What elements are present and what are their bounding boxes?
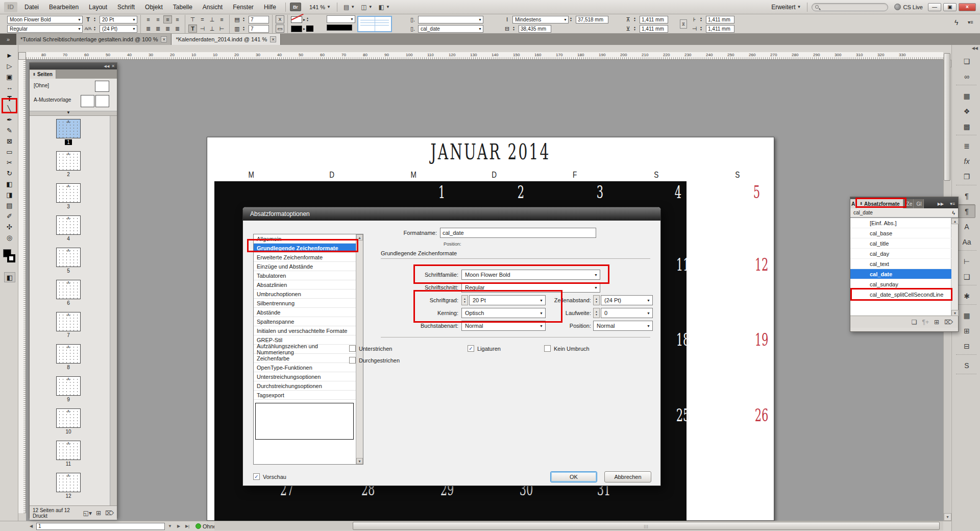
rectangle-frame-tool[interactable]: ⊠ (3, 136, 16, 147)
mini-bridge-panel-icon[interactable]: S (958, 358, 975, 372)
control-panel-menu-icon[interactable]: ▾≡ (968, 19, 973, 25)
leading-stepper[interactable]: ▲▼ (93, 25, 99, 33)
master-ohne[interactable]: [Ohne] (34, 83, 49, 88)
object-style-combo[interactable]: ▼ (327, 15, 355, 23)
pages-scrollbar[interactable] (110, 116, 117, 505)
column-width-field[interactable]: 38,435 mm (519, 25, 551, 33)
delete-style-icon[interactable]: ⌦ (944, 319, 953, 326)
styles-scrollbar[interactable]: ▲ ▼ (951, 218, 958, 316)
paragraph-styles-panel-icon[interactable]: ¶ (958, 204, 975, 218)
font-size-combo[interactable]: 20 Pt▼ (100, 16, 137, 23)
inset-left-field[interactable]: 1,411 mm (706, 16, 734, 23)
table-panel-icon[interactable]: ▦ (958, 89, 975, 103)
drop-cap-lines-stepper[interactable]: ▲▼ (242, 16, 248, 23)
tab-gl[interactable]: Gl (914, 199, 924, 208)
rotate-text-icon[interactable]: ⊣ (198, 25, 207, 33)
menu-tabelle[interactable]: Tabelle (168, 2, 198, 13)
inset-left-stepper[interactable]: ▲▼ (700, 16, 705, 23)
align-left-icon[interactable]: ≡ (144, 15, 153, 23)
close-tab-icon[interactable]: ✕ (270, 36, 276, 42)
ligaturen-checkbox[interactable]: ✓Ligaturen (468, 345, 501, 352)
pencil-tool[interactable]: ✎ (3, 125, 16, 136)
dialog-section-7[interactable]: Umbruchoptionen (254, 289, 356, 299)
text-direction-icon[interactable]: T (188, 25, 197, 33)
stroke-weight-stepper[interactable]: ▲▼ (306, 16, 311, 23)
page-thumbnail-3[interactable]: A (56, 183, 81, 203)
last-page-icon[interactable]: ▶| (184, 523, 191, 530)
inset-top-stepper[interactable]: ▲▼ (633, 16, 639, 23)
eyedropper-tool[interactable]: ✐ (3, 211, 16, 222)
screen-mode-button[interactable]: ◧ (4, 272, 15, 282)
dialog-section-4[interactable]: Einzüge und Abstände (254, 262, 356, 271)
style-item-cal_title[interactable]: cal_title (850, 238, 951, 249)
screen-mode-dropdown[interactable]: ◫▼ (359, 3, 374, 12)
page-number-8[interactable]: 8 (56, 365, 81, 370)
bridge-button[interactable]: Br (290, 3, 301, 11)
close-tab-icon[interactable]: ✕ (161, 36, 167, 42)
dialog-section-16[interactable]: Unterstreichungsoptionen (254, 372, 356, 381)
inset-right-stepper[interactable]: ▲▼ (700, 25, 705, 33)
page-thumbnail-1[interactable]: A (56, 119, 81, 138)
row-height-field[interactable]: 37,518 mm (576, 16, 608, 23)
vertical-ruler[interactable] (18, 52, 26, 513)
zeilenabstand-stepper[interactable]: ▲▼ (593, 295, 600, 305)
style-item-cal_date[interactable]: cal_date (850, 269, 951, 279)
dialog-section-13[interactable]: Aufzählungszeichen und Nummerierung (254, 345, 356, 354)
valign-top-icon[interactable]: ⊤ (188, 15, 197, 23)
dialog-section-17[interactable]: Durchstreichungsoptionen (254, 381, 356, 391)
valign-center-icon[interactable]: = (198, 15, 207, 23)
schriftfamilie-combo[interactable]: Moon Flower Bold▼ (461, 270, 600, 280)
valign-justify-icon[interactable]: ≡ (217, 15, 226, 23)
position-combo[interactable]: Normal▼ (593, 321, 653, 331)
type-tool[interactable]: T (3, 93, 16, 104)
inset-top-field[interactable]: 1,411 mm (640, 16, 668, 23)
first-page-icon[interactable]: ◀ (28, 523, 35, 530)
delete-page-icon[interactable]: ⌦ (105, 510, 114, 517)
horizontal-ruler[interactable]: 8070605040302010102030405060708090100110… (26, 52, 943, 60)
dialog-section-18[interactable]: Tagsexport (254, 391, 356, 400)
note-tool[interactable]: ▤ (3, 200, 16, 211)
justify-left-icon[interactable]: ≣ (144, 25, 153, 33)
table-styles-panel-icon[interactable]: ⊟ (958, 339, 975, 353)
page-number-3[interactable]: 3 (56, 204, 81, 209)
collapse-panel-icon[interactable]: ◀◀ (104, 64, 110, 68)
stroke-none-swatch[interactable] (291, 16, 302, 23)
gap-tool[interactable]: ↔ (3, 82, 16, 93)
dialog-section-1[interactable]: Allgemein (254, 234, 356, 244)
durchgestrichen-checkbox[interactable]: Durchgestrichen (349, 357, 400, 364)
new-page-icon[interactable]: ⊞ (96, 510, 101, 517)
page-thumbnail-11[interactable]: A (56, 441, 81, 460)
redefine-style-icon[interactable]: ¶+ (922, 319, 929, 326)
horizontal-scroll-thumb[interactable]: ||| (353, 522, 940, 530)
free-transform-tool[interactable]: ↻ (3, 168, 16, 179)
line-tool[interactable]: ╲ (3, 104, 16, 114)
row-height-mode-combo[interactable]: Mindestens▼ (512, 16, 569, 23)
tabs-panel-icon[interactable]: ⊢ (958, 254, 975, 268)
gradient-swatch-tool[interactable]: ◧ (3, 179, 16, 189)
page-number-5[interactable]: 5 (56, 268, 81, 274)
master-a-thumbnail-right[interactable] (95, 95, 109, 107)
direct-selection-tool[interactable]: ▷ (3, 61, 16, 71)
quick-apply-icon[interactable]: ϟ (952, 210, 955, 216)
vertical-scroll-thumb[interactable] (944, 53, 950, 181)
minimize-button[interactable]: — (928, 3, 941, 11)
pen-tool[interactable]: ✒ (3, 114, 16, 125)
ruler-corner[interactable] (18, 52, 26, 60)
justify-icon[interactable]: ≡ (173, 15, 182, 23)
cancel-button[interactable]: Abbrechen (604, 471, 651, 482)
menu-objekt[interactable]: Objekt (140, 2, 168, 13)
layers-panel-icon[interactable]: ❏ (958, 54, 975, 68)
vorschau-checkbox[interactable]: ✓Vorschau (253, 473, 286, 480)
page-thumbnail-2[interactable]: A (56, 151, 81, 171)
spread-preview-thumbnail[interactable] (357, 16, 392, 32)
inset-right-field[interactable]: 1,411 mm (706, 25, 734, 33)
swatches-panel-icon[interactable]: ❖ (958, 104, 975, 118)
close-panel-icon[interactable]: ✕ (111, 64, 115, 68)
paragraph-panel-icon[interactable]: ¶ (958, 189, 975, 203)
character-style-combo[interactable]: ▼ (418, 16, 483, 23)
justify-center-icon[interactable]: ≣ (154, 25, 162, 33)
schriftschnitt-combo[interactable]: Regular▼ (461, 282, 600, 293)
gradient-feather-tool[interactable]: ◨ (3, 189, 16, 200)
character-panel-icon[interactable]: Aa (958, 235, 975, 249)
justify-all-icon[interactable]: ≣ (173, 25, 182, 33)
